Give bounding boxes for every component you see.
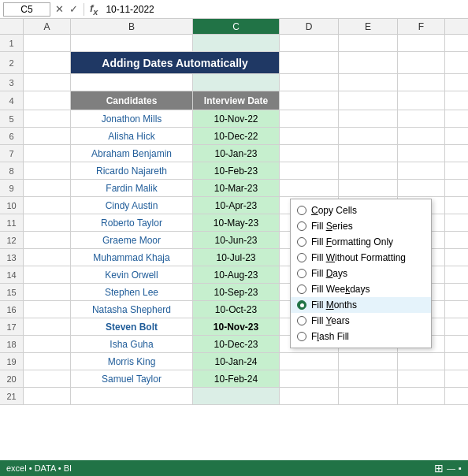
- cell-name-19[interactable]: Morris King: [71, 353, 193, 370]
- cell-a12[interactable]: [24, 232, 71, 248]
- cell-a18[interactable]: [24, 336, 71, 352]
- cell-name-16[interactable]: Natasha Shepherd: [71, 301, 193, 318]
- cell-a20[interactable]: [24, 370, 71, 387]
- cell-d1[interactable]: [280, 35, 339, 51]
- cell-f9[interactable]: [398, 180, 445, 196]
- cell-date-14[interactable]: 10-Aug-23: [193, 266, 280, 283]
- menu-fill-weekdays[interactable]: Fill Weekdays: [291, 281, 431, 297]
- cell-e1[interactable]: [339, 35, 398, 51]
- cell-a2[interactable]: [24, 52, 71, 73]
- cell-a7[interactable]: [24, 145, 71, 162]
- cell-d9[interactable]: [280, 180, 339, 196]
- cell-d5[interactable]: [280, 110, 339, 127]
- cell-name-12[interactable]: Graeme Moor: [71, 232, 193, 248]
- menu-fill-without-formatting[interactable]: Fill Without Formatting: [291, 250, 431, 266]
- cell-title[interactable]: Adding Dates Automatically: [71, 52, 280, 73]
- cell-f3[interactable]: [398, 74, 445, 91]
- cell-f8[interactable]: [398, 162, 445, 179]
- cell-b3[interactable]: [71, 74, 193, 91]
- col-header-a[interactable]: A: [24, 19, 71, 34]
- cell-d7[interactable]: [280, 145, 339, 162]
- col-header-f[interactable]: F: [398, 19, 445, 34]
- menu-fill-series[interactable]: Fill Series: [291, 218, 431, 234]
- cell-date-7[interactable]: 10-Jan-23: [193, 145, 280, 162]
- confirm-icon[interactable]: ✓: [68, 3, 80, 15]
- cell-a9[interactable]: [24, 180, 71, 196]
- cell-date-11[interactable]: 10-May-23: [193, 214, 280, 231]
- cell-name-9[interactable]: Fardin Malik: [71, 180, 193, 196]
- cell-f20[interactable]: [398, 370, 445, 387]
- cell-d19[interactable]: [280, 353, 339, 370]
- cell-a5[interactable]: [24, 110, 71, 127]
- zoom-icon[interactable]: ▪: [459, 463, 462, 473]
- cell-a1[interactable]: [24, 35, 71, 51]
- col-header-e[interactable]: E: [339, 19, 398, 34]
- cell-a19[interactable]: [24, 353, 71, 370]
- col-header-b[interactable]: B: [71, 19, 193, 34]
- cell-e6[interactable]: [339, 128, 398, 144]
- function-icon[interactable]: fx: [88, 2, 99, 17]
- cell-a15[interactable]: [24, 284, 71, 300]
- cell-date-18[interactable]: 10-Dec-23: [193, 336, 280, 352]
- cell-date-5[interactable]: 10-Nov-22: [193, 110, 280, 127]
- cancel-icon[interactable]: ✕: [54, 3, 65, 15]
- cell-d2[interactable]: [280, 52, 339, 73]
- cell-name-20[interactable]: Samuel Taylor: [71, 370, 193, 387]
- formula-input[interactable]: 10-11-2022: [102, 4, 465, 15]
- menu-flash-fill[interactable]: Flash Fill: [291, 329, 431, 344]
- cell-name-15[interactable]: Stephen Lee: [71, 284, 193, 300]
- cell-a10[interactable]: [24, 197, 71, 214]
- cell-e9[interactable]: [339, 180, 398, 196]
- cell-a14[interactable]: [24, 266, 71, 283]
- cell-b21[interactable]: [71, 388, 193, 404]
- cell-date-8[interactable]: 10-Feb-23: [193, 162, 280, 179]
- menu-fill-months[interactable]: Fill Months: [291, 297, 431, 313]
- cell-date-20[interactable]: 10-Feb-24: [193, 370, 280, 387]
- cell-d20[interactable]: [280, 370, 339, 387]
- cell-e2[interactable]: [339, 52, 398, 73]
- cell-a11[interactable]: [24, 214, 71, 231]
- cell-date-13[interactable]: 10-Jul-23: [193, 249, 280, 266]
- cell-date-16[interactable]: 10-Oct-23: [193, 301, 280, 318]
- cell-date-6[interactable]: 10-Dec-22: [193, 128, 280, 144]
- cell-e8[interactable]: [339, 162, 398, 179]
- cell-e4[interactable]: [339, 91, 398, 110]
- cell-name-7[interactable]: Abraham Benjamin: [71, 145, 193, 162]
- cell-d3[interactable]: [280, 74, 339, 91]
- cell-e19[interactable]: [339, 353, 398, 370]
- cell-c21[interactable]: [193, 388, 280, 404]
- cell-a21[interactable]: [24, 388, 71, 404]
- cell-e3[interactable]: [339, 74, 398, 91]
- menu-fill-years[interactable]: Fill Years: [291, 313, 431, 329]
- col-header-c[interactable]: C: [193, 19, 280, 34]
- cell-f19[interactable]: [398, 353, 445, 370]
- cell-e21[interactable]: [339, 388, 398, 404]
- cell-date-12[interactable]: 10-Jun-23: [193, 232, 280, 248]
- cell-f7[interactable]: [398, 145, 445, 162]
- menu-copy-cells[interactable]: Copy Cells: [291, 203, 431, 218]
- cell-a4[interactable]: [24, 91, 71, 110]
- cell-name-18[interactable]: Isha Guha: [71, 336, 193, 352]
- cell-date-10[interactable]: 10-Apr-23: [193, 197, 280, 214]
- cell-name-17[interactable]: Steven Bolt: [71, 318, 193, 335]
- cell-a16[interactable]: [24, 301, 71, 318]
- cell-f1[interactable]: [398, 35, 445, 51]
- cell-d8[interactable]: [280, 162, 339, 179]
- cell-name-13[interactable]: Muhammad Khaja: [71, 249, 193, 266]
- cell-f21[interactable]: [398, 388, 445, 404]
- cell-d6[interactable]: [280, 128, 339, 144]
- cell-name-5[interactable]: Jonathon Mills: [71, 110, 193, 127]
- cell-a3[interactable]: [24, 74, 71, 91]
- menu-fill-days[interactable]: Fill Days: [291, 266, 431, 281]
- cell-date-17[interactable]: 10-Nov-23: [193, 318, 280, 335]
- cell-a6[interactable]: [24, 128, 71, 144]
- grid-icon[interactable]: ⊞: [434, 462, 444, 474]
- cell-e20[interactable]: [339, 370, 398, 387]
- cell-date-19[interactable]: 10-Jan-24: [193, 353, 280, 370]
- cell-name-10[interactable]: Cindy Austin: [71, 197, 193, 214]
- cell-name-11[interactable]: Roberto Taylor: [71, 214, 193, 231]
- cell-date-9[interactable]: 10-Mar-23: [193, 180, 280, 196]
- cell-e7[interactable]: [339, 145, 398, 162]
- cell-c3[interactable]: [193, 74, 280, 91]
- cell-reference-box[interactable]: C5: [3, 2, 50, 17]
